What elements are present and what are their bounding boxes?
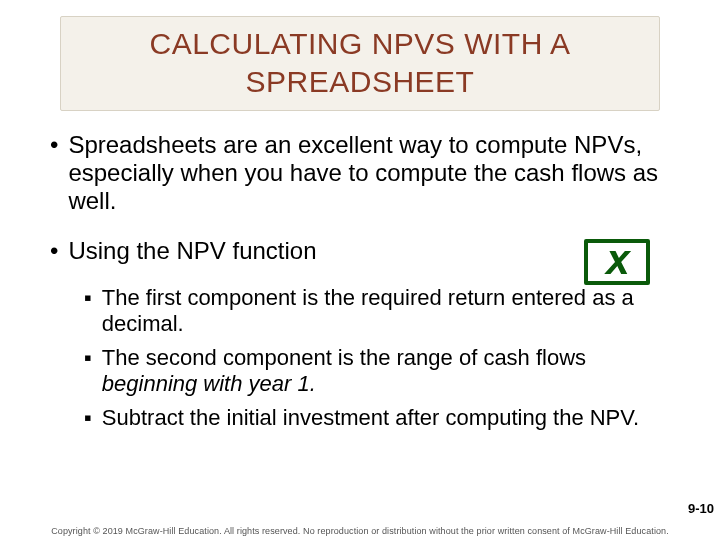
bullet-text: Using the NPV function <box>68 237 316 265</box>
bullet-marker: • <box>50 237 58 265</box>
slide: CALCULATING NPVS WITH A SPREADSHEET • Sp… <box>0 0 720 540</box>
bullet-text: Spreadsheets are an excellent way to com… <box>68 131 670 215</box>
page-number: 9-10 <box>688 501 714 516</box>
emphasis-text: beginning with year 1. <box>102 371 316 396</box>
bullet-text: The second component is the range of cas… <box>102 345 670 397</box>
sub-list: ▪ The first component is the required re… <box>50 285 670 431</box>
slide-title: CALCULATING NPVS WITH A SPREADSHEET <box>71 25 649 100</box>
square-bullet-icon: ▪ <box>84 345 92 397</box>
square-bullet-icon: ▪ <box>84 285 92 337</box>
excel-icon <box>584 239 650 285</box>
copyright-text: Copyright © 2019 McGraw-Hill Education. … <box>0 526 720 536</box>
list-item: ▪ The second component is the range of c… <box>84 345 670 397</box>
icon-container <box>584 237 670 285</box>
square-bullet-icon: ▪ <box>84 405 92 431</box>
bullet-marker: • <box>50 131 58 215</box>
title-container: CALCULATING NPVS WITH A SPREADSHEET <box>60 16 660 111</box>
text-span: The second component is the range of cas… <box>102 345 586 370</box>
list-item: ▪ The first component is the required re… <box>84 285 670 337</box>
bullet-text: Subtract the initial investment after co… <box>102 405 639 431</box>
list-item-row: • Using the NPV function <box>50 237 670 285</box>
list-item: ▪ Subtract the initial investment after … <box>84 405 670 431</box>
list-item: • Spreadsheets are an excellent way to c… <box>50 131 670 215</box>
list-item: • Using the NPV function <box>50 237 566 265</box>
bullet-text: The first component is the required retu… <box>102 285 670 337</box>
slide-body: • Spreadsheets are an excellent way to c… <box>30 111 690 431</box>
